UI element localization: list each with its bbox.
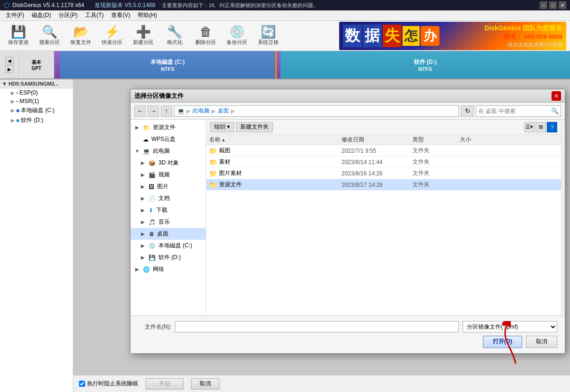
expand-pictures: ▶	[140, 184, 146, 189]
col-header-date[interactable]: 修改日期	[339, 136, 410, 144]
video-icon: 🎬	[149, 172, 156, 178]
tree-item-c[interactable]: ▶ ■ 本地磁盘 (C:)	[0, 105, 73, 115]
partition-msr[interactable]	[277, 51, 281, 78]
tree-expand-esp: ▶	[11, 90, 15, 96]
bottom-bar: 执行时阻止系统睡眠 开始 取消	[73, 375, 570, 392]
menu-file[interactable]: 文件(F)	[2, 10, 28, 20]
col-name-label: 名称	[209, 136, 220, 144]
dleft-video[interactable]: ▶ 🎬 视频	[131, 169, 206, 181]
disk-c-icon: 💿	[149, 243, 156, 249]
file-date-cell: 2022/7/1 9:55	[339, 148, 410, 154]
banner-area[interactable]: 数 据 失 怎 办 DiskGenius 团队为您服务 致电： 400-008-…	[339, 22, 566, 50]
restore-button[interactable]: 📂 恢复文件	[66, 23, 96, 49]
dleft-downloads[interactable]: ▶ ⬇ 下载	[131, 204, 206, 216]
dleft-resources[interactable]: ▶ 📁 资源文件	[131, 122, 206, 133]
dleft-softd[interactable]: ▶ 💾 软件 (D:)	[131, 252, 206, 263]
menu-partition[interactable]: 分区(P)	[55, 10, 81, 20]
search-input[interactable]	[478, 108, 551, 114]
partition-c[interactable]: 本地磁盘 (C:) NTFS	[60, 51, 277, 78]
col-size-label: 大小	[460, 136, 471, 144]
dleft-wps[interactable]: ☁ WPS云盘	[131, 133, 206, 145]
backup-button[interactable]: 💿 备份分区	[222, 23, 252, 49]
toolbar: 💾 保存更改 🔍 搜索分区 📂 恢复文件 ⚡ 快速分区 ➕ 新建分区 🔧 格式化…	[0, 21, 570, 51]
start-button[interactable]: 开始	[146, 378, 184, 390]
quickpart-button[interactable]: ⚡ 快速分区	[97, 23, 127, 49]
search-part-button[interactable]: 🔍 搜索分区	[35, 23, 64, 49]
view-grid-button[interactable]: ⊞	[535, 122, 546, 132]
dialog-close-button[interactable]: ✕	[552, 91, 561, 101]
dleft-pictures[interactable]: ▶ 🖼 图片	[131, 181, 206, 192]
filename-input[interactable]	[175, 321, 459, 332]
sleep-checkbox-label[interactable]: 执行时阻止系统睡眠	[79, 380, 138, 388]
breadcrumb-thispc[interactable]: 此电脑	[193, 107, 210, 115]
tree-icon-d: ■	[16, 117, 19, 124]
table-row[interactable]: 📁 资源文件 2023/8/17 14:28 文件夹	[206, 179, 561, 191]
file-toolbar: 组织 ▾ 新建文件夹 ☰▾ ⊞ ?	[206, 120, 561, 135]
file-dialog: 选择分区镜像文件 ✕ ← → ↑ 💻 ▶ 此电脑 ▶ 桌面 ▶ ↻	[130, 89, 565, 354]
dleft-docs[interactable]: ▶ 📄 文档	[131, 192, 206, 204]
sleep-checkbox[interactable]	[79, 381, 85, 387]
cancel-button[interactable]: 取消	[191, 378, 219, 390]
right-area: 选择分区镜像文件 ✕ ← → ↑ 💻 ▶ 此电脑 ▶ 桌面 ▶ ↻	[73, 79, 570, 392]
partition-c-label: 本地磁盘 (C:)	[150, 58, 184, 66]
forward-button[interactable]: →	[148, 105, 159, 117]
dleft-3d[interactable]: ▶ 📦 3D 对象	[131, 157, 206, 169]
dleft-desktop[interactable]: ▶ 🖥 桌面	[131, 228, 206, 240]
nav-left-button[interactable]: ◀	[5, 57, 14, 64]
table-row[interactable]: 📁 截图 2022/7/1 9:55 文件夹	[206, 145, 561, 157]
migrate-button[interactable]: 🔄 系统迁移	[254, 23, 283, 49]
back-button[interactable]: ←	[134, 105, 146, 117]
tree-item-d[interactable]: ▶ ■ 软件 (D:)	[0, 115, 73, 125]
dleft-label-thispc: 此电脑	[153, 147, 170, 155]
maximize-button[interactable]: □	[549, 1, 557, 9]
delete-button[interactable]: 🗑 删除分区	[191, 23, 220, 49]
banner-service-text: DiskGenius 团队为您服务	[484, 24, 562, 33]
table-row[interactable]: 📁 图片素材 2023/8/16 14:28 文件夹	[206, 168, 561, 179]
col-header-type[interactable]: 类型	[410, 136, 457, 144]
search-part-label: 搜索分区	[39, 39, 60, 46]
menu-tools[interactable]: 工具(T)	[81, 10, 107, 20]
new-folder-button[interactable]: 新建文件夹	[236, 122, 273, 132]
tree-expand-d: ▶	[11, 118, 15, 123]
dleft-label-docs: 文档	[158, 194, 170, 202]
doc-icon: 📄	[149, 195, 156, 202]
col-header-name[interactable]: 名称 ▲	[206, 136, 339, 144]
dleft-thispc[interactable]: ▼ 💻 此电脑	[131, 145, 206, 157]
minimize-button[interactable]: ─	[540, 1, 547, 9]
help-button[interactable]: ?	[547, 122, 557, 132]
3d-icon: 📦	[149, 160, 156, 166]
dleft-network[interactable]: ▶ 🌐 网络	[131, 263, 206, 275]
nav-right-button[interactable]: ▶	[5, 65, 14, 73]
tree-item-esp[interactable]: ▶ ▪ ESP(0)	[0, 88, 73, 97]
menu-disk[interactable]: 磁盘(D)	[28, 10, 55, 20]
table-row[interactable]: 📁 素材 2023/8/14 11:44 文件夹	[206, 157, 561, 168]
menu-help[interactable]: 帮助(H)	[134, 10, 161, 20]
delete-label: 删除分区	[195, 39, 216, 46]
view-list-button[interactable]: ☰▾	[524, 122, 535, 132]
migrate-label: 系统迁移	[258, 39, 279, 46]
partition-esp[interactable]	[54, 51, 60, 78]
format-button[interactable]: 🔧 格式化	[160, 23, 189, 49]
folder-icon: 📁	[209, 147, 217, 155]
tree-expand-msr: ▶	[11, 99, 15, 104]
up-button[interactable]: ↑	[161, 105, 172, 117]
breadcrumb-desktop[interactable]: 桌面	[218, 107, 229, 115]
refresh-button[interactable]: ↻	[461, 105, 474, 117]
desktop-icon: 🖥	[149, 231, 154, 237]
newpart-button[interactable]: ➕ 新建分区	[129, 23, 158, 49]
close-button[interactable]: ✕	[559, 1, 566, 9]
menu-view[interactable]: 查看(V)	[107, 10, 134, 20]
save-button[interactable]: 💾 保存更改	[4, 23, 33, 49]
dialog-scrollbar[interactable]	[561, 120, 565, 315]
title-bar-left: ⬡ DiskGenius V5.4.1.1178 x64 发现新版本 V5.5.…	[4, 1, 318, 9]
organize-button[interactable]: 组织 ▾	[210, 122, 234, 132]
tree-item-msr[interactable]: ▶ ▪ MSR(1)	[0, 97, 73, 105]
breadcrumb-pc[interactable]: 💻	[177, 108, 184, 114]
dialog-cancel-button[interactable]: 取消	[526, 336, 557, 348]
col-header-size[interactable]: 大小	[457, 136, 495, 144]
network-icon: 🌐	[143, 266, 150, 273]
migrate-icon: 🔄	[261, 26, 276, 38]
dleft-music[interactable]: ▶ 🎵 音乐	[131, 216, 206, 228]
partition-d[interactable]: 软件 (D:) NTFS	[281, 51, 570, 78]
dleft-localc[interactable]: ▶ 💿 本地磁盘 (C:)	[131, 240, 206, 252]
